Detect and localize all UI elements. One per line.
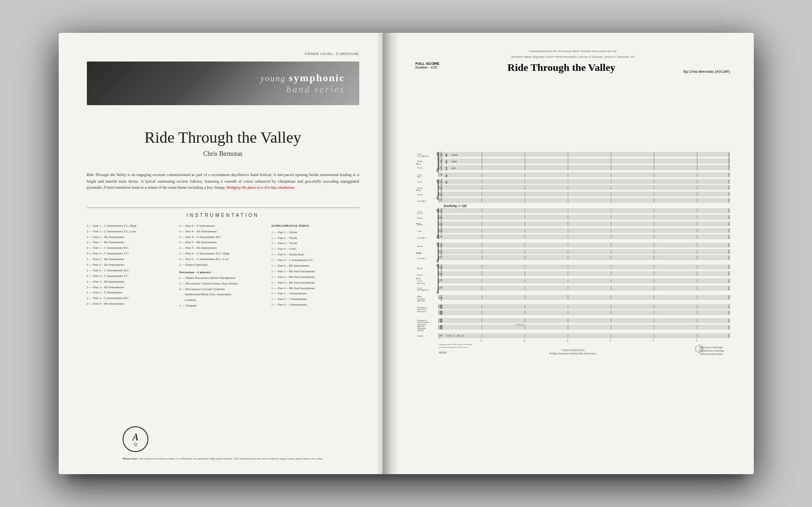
svg-text:(Crash Cymbals,: (Crash Cymbals, <box>417 322 429 323</box>
please-note: Please note: Our band and orchestra musi… <box>123 457 323 460</box>
svg-text:1: 1 <box>566 339 568 341</box>
score-title-block: Ride Through the Valley <box>439 61 683 74</box>
svg-text:𝄞: 𝄞 <box>439 249 442 255</box>
svg-text:Excitedly ♩= 152: Excitedly ♩= 152 <box>443 204 466 208</box>
svg-text:𝄽 𝅘𝅥𝅮 𝅘𝅥𝅮 𝅗𝅥 𝅘𝅥𝅮 �: 𝄽 𝅘𝅥𝅮 𝅘𝅥𝅮 𝅗𝅥 𝅘𝅥𝅮 𝅘𝅥𝅮 𝅗𝅥 𝄽 𝅘𝅥𝅮 𝅘𝅥𝅮 𝅗𝅥 <box>451 154 458 156</box>
instr-item: 1 — Part 2 – Bb Sust Saxophone <box>271 275 359 280</box>
instr-col-1: 2 — Part 1 – C Instruments T.C. High 2 —… <box>87 223 175 309</box>
instr-item: 1 — Part 4 – Cello <box>271 246 359 252</box>
svg-text:1: 1 <box>696 339 697 341</box>
instr-item: 2 — Part 5 – C Instruments B.C. High <box>179 251 267 257</box>
instr-item: 2 — Part 2 – C Instruments B.C. <box>87 268 175 274</box>
svg-text:49122S: 49122S <box>439 351 447 353</box>
svg-text:Bb Inst.: Bb Inst. <box>417 161 423 162</box>
svg-text:(T.C. High/Low): (T.C. High/Low) <box>417 155 428 157</box>
instr-item: 1 — Part 4 – Bb Sust Saxophone <box>271 286 359 292</box>
svg-text:alfred.com/downloads: alfred.com/downloads <box>700 353 723 355</box>
instr-item: 1 — Part 5 – String Bass <box>271 252 359 258</box>
svg-text:𝄢: 𝄢 <box>439 198 442 203</box>
svg-text:C Inst.(B.C.): C Inst.(B.C.) <box>417 257 426 259</box>
svg-text:(T.C.C.): (T.C.C.) <box>417 212 423 214</box>
svg-text:but does not appear on the sco: but does not appear on the score. <box>439 346 468 348</box>
svg-text:Percussion: Percussion <box>417 298 425 300</box>
svg-text:𝄢: 𝄢 <box>439 172 442 177</box>
svg-text:𝄢: 𝄢 <box>439 255 442 261</box>
svg-text:C Inst.: C Inst. <box>417 280 422 282</box>
svg-text:𝄞: 𝄞 <box>439 152 442 158</box>
music-notation-svg: C Inst. (T.C. High/Low) 𝄞 4 4 𝄽 𝅘𝅥𝅮 𝅘𝅥𝅮 … <box>416 75 730 474</box>
svg-text:Pt. 1: Pt. 1 <box>416 162 421 165</box>
svg-text:C Inst.(B.C.): C Inst.(B.C.) <box>417 200 426 202</box>
instrumentation-title: INSTRUMENTATION <box>87 213 359 218</box>
commission-text-1: Commissioned by the Norseman Music Paren… <box>416 49 730 54</box>
alfred-a: A <box>132 432 139 442</box>
instr-item: 2 — Part 5 – C Instruments B.C. Low <box>179 257 267 262</box>
instr-item: 2 — Part 2 – C Instruments T.C. <box>87 251 175 257</box>
instr-item: 2 — Part 3 – Bb Instruments <box>87 279 175 285</box>
instr-item: 2 — Mallet Percussion (Bells/Vibraphone) <box>179 276 267 281</box>
svg-text:Pt. 5: Pt. 5 <box>416 277 421 280</box>
instr-item: 1 — Part 3 – 3 Instruments <box>271 302 359 308</box>
svg-text:G.C./Bass D.: G.C./Bass D. <box>515 323 525 325</box>
instr-col-2: 2 — Part 4 – F Instruments 2 — Part 4 – … <box>179 223 267 309</box>
description-red: bringing the piece to a driving conclusi… <box>227 185 295 190</box>
svg-text:Timpani: Timpani <box>417 335 423 337</box>
svg-text:Bb Inst.: Bb Inst. <box>417 217 423 219</box>
instr-item: 2 — Part 2 – Bb Instruments <box>87 257 175 262</box>
instr-item: 1 — Part 2 – 3 Instruments <box>271 297 359 302</box>
svg-text:Pt. 2: Pt. 2 <box>416 189 421 192</box>
svg-text:4: 4 <box>445 161 447 164</box>
series-symphonic: symphonic <box>289 72 345 84</box>
right-page-content: Commissioned by the Norseman Music Paren… <box>406 42 740 465</box>
svg-text:C Inst.: C Inst. <box>417 210 422 212</box>
svg-text:(B.C.): (B.C.) <box>417 176 421 178</box>
svg-text:𝄞: 𝄞 <box>439 158 442 165</box>
svg-text:Mallet: Mallet <box>417 296 421 298</box>
svg-text:(Mar./Vib.): (Mar./Vib.) <box>417 300 425 302</box>
svg-text:All Rights Reserved including : All Rights Reserved including Public Per… <box>549 352 596 354</box>
instr-item: 1 — Piano (Optional) <box>179 262 267 268</box>
instr-item: Cymbal) <box>179 298 267 303</box>
svg-text:𝄞: 𝄞 <box>439 228 442 234</box>
svg-text:𝄢: 𝄢 <box>439 278 442 284</box>
full-score-block: FULL SCORE Duration - 4:20 <box>416 61 440 69</box>
svg-text:𝄽 𝅘𝅥𝅮 𝅘𝅥𝅮 𝅗𝅥 𝄽 𝅘𝅥�: 𝄽 𝅘𝅥𝅮 𝅘𝅥𝅮 𝅗𝅥 𝄽 𝅘𝅥𝅮 𝅘𝅥𝅮 𝅗𝅥 𝄽 <box>451 160 457 162</box>
instr-item: 1 — Timpani <box>179 303 267 309</box>
instr-item: 2 — Part 3 – Eb Instruments <box>87 285 175 291</box>
instr-item: 2 — Part 5 – Eb Instruments <box>179 246 267 251</box>
svg-text:4: 4 <box>445 154 447 158</box>
series-young: young <box>261 74 289 83</box>
alfred-logo: A Q <box>123 426 148 452</box>
series-band: band series <box>101 84 345 95</box>
svg-text:𝄢: 𝄢 <box>439 286 442 291</box>
composer-name: Chris Bernotas <box>87 150 359 158</box>
instr-item: 2 — Percussion 1 (Snare Drum, Bass Drum) <box>179 281 267 287</box>
svg-text:C Inst.: C Inst. <box>417 154 422 155</box>
svg-text:(B.C.High/Low): (B.C.High/Low) <box>417 289 428 291</box>
svg-text:(Snare Drum,: (Snare Drum, <box>417 308 427 310</box>
svg-text:C Inst.: C Inst. <box>417 174 422 176</box>
svg-text:(B.C./Low): (B.C./Low) <box>417 282 425 284</box>
instr-item: 2 — Part 1 – Bb Instruments <box>87 235 175 240</box>
grade-level-text: GRADE LEVEL: 3 (MEDIUM) <box>87 52 359 56</box>
instr-item: 2 — Part 1 – Eb Instruments <box>87 240 175 246</box>
svg-text:𝄽 𝅘𝅥𝅮 𝅘𝅥𝅮 𝅗𝅥 𝄽 𝅘𝅥�: 𝄽 𝅘𝅥𝅮 𝅘𝅥𝅮 𝅗𝅥 𝄽 𝅘𝅥𝅮 𝄽 <box>451 167 456 169</box>
instr-item: 2 — Part 4 – C Instruments B.C. <box>179 235 267 240</box>
svg-text:𝄞: 𝄞 <box>439 165 442 171</box>
instr-item: 2 — Part 4 – Eb Instruments <box>179 229 267 235</box>
logo-area: A Q Please note: Our band and orchestra … <box>87 417 359 460</box>
svg-text:Eb Inst.: Eb Inst. <box>417 194 423 196</box>
svg-text:Bb Inst.: Bb Inst. <box>417 245 423 247</box>
svg-text:𝄞: 𝄞 <box>439 221 442 228</box>
book-container: GRADE LEVEL: 3 (MEDIUM) young symphonic … <box>59 33 754 474</box>
series-header: young symphonic band series <box>87 61 359 105</box>
svg-text:Tambourine/: Tambourine/ <box>417 323 426 325</box>
instr-item: 2 — Part 4 – F Instruments <box>179 223 267 229</box>
svg-text:𝄞: 𝄞 <box>439 271 442 277</box>
svg-text:𝄞: 𝄞 <box>439 215 442 221</box>
svg-text:Suspended: Suspended <box>417 328 425 330</box>
instr-item: 2 — Part 1 – C Instruments T.C. High <box>87 223 175 229</box>
description-body: is an engaging overture commissioned as … <box>87 172 359 190</box>
svg-text:𝄞: 𝄞 <box>439 208 442 215</box>
svg-text:𝄞: 𝄞 <box>439 178 442 185</box>
